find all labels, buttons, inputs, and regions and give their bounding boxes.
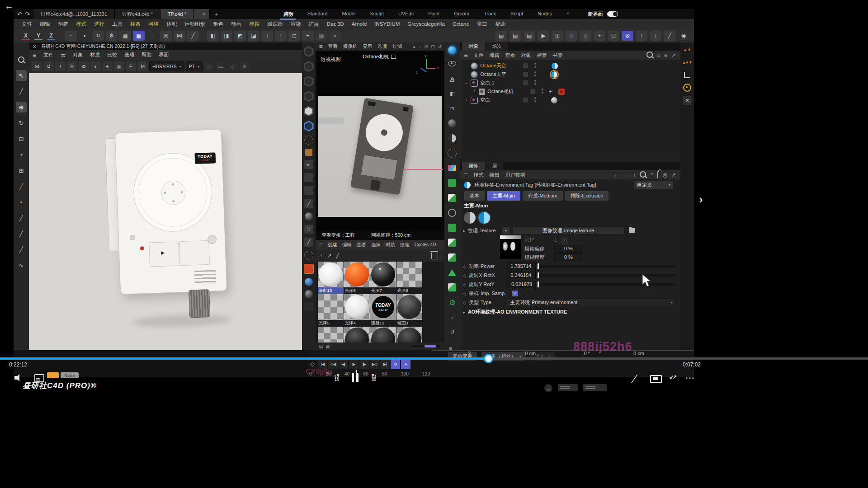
viewport-menu-item[interactable]: 选项 xyxy=(377,43,387,50)
render-view-icon[interactable]: ▶ xyxy=(538,31,549,41)
layout-tab[interactable]: Groom xyxy=(448,10,476,19)
cube-corner-icon[interactable]: ◩ xyxy=(234,31,246,41)
object-menu-item[interactable]: 查看 xyxy=(505,52,515,59)
bar-icon[interactable]: ▬ xyxy=(216,61,226,71)
hint-card[interactable] xyxy=(558,384,578,391)
key-diamond-icon[interactable] xyxy=(463,282,466,287)
material-thumbnail[interactable] xyxy=(396,294,422,320)
interface-toggle[interactable] xyxy=(607,11,618,17)
slider-track[interactable] xyxy=(538,274,676,277)
ring-icon[interactable]: ◎ xyxy=(160,31,172,41)
axis-x-button[interactable]: X xyxy=(20,31,32,41)
material-icon[interactable]: M xyxy=(137,61,148,71)
menu-item[interactable]: 帮助 xyxy=(495,21,505,28)
viewport-menu-item[interactable]: 对象 xyxy=(73,52,83,58)
prev-frame-button[interactable]: ◀| xyxy=(339,359,348,369)
back-arrow-icon[interactable]: ← xyxy=(5,1,14,11)
globe-icon[interactable]: ◉ xyxy=(678,31,689,41)
viewport-menu-item[interactable]: 摄像机 xyxy=(343,43,358,50)
back-icon[interactable]: ← xyxy=(614,172,619,178)
material-item[interactable]: TODAY1.01.37 漫射12 xyxy=(370,294,396,326)
object-menu-item[interactable]: 编辑 xyxy=(490,52,500,59)
search-icon[interactable] xyxy=(646,52,653,59)
material-menu-item[interactable]: 创建 xyxy=(328,242,337,248)
menu-item[interactable]: 体积 xyxy=(166,21,177,28)
multicolor-icon[interactable] xyxy=(447,163,458,174)
pen-gear-tool-icon[interactable]: ╱ xyxy=(16,86,27,97)
sphere-gray-icon[interactable] xyxy=(305,290,313,298)
green-triangle-icon[interactable] xyxy=(447,267,458,278)
polygon-pen-icon[interactable]: △ xyxy=(580,31,591,41)
axis-z-button[interactable]: Z xyxy=(45,31,57,41)
edit-pen-icon[interactable]: ╱ xyxy=(664,31,675,41)
panel-icon[interactable] xyxy=(304,173,313,182)
attribute-menu-item[interactable]: 用户数据 xyxy=(505,172,525,178)
coord-system-icon[interactable]: ⌐ xyxy=(65,31,77,41)
render-gear-icon[interactable]: ⚙ xyxy=(79,61,89,71)
autokey-button[interactable]: A xyxy=(401,359,410,369)
menu-item[interactable]: INSYDIUM xyxy=(374,21,400,27)
box-icon[interactable]: ⊡ xyxy=(447,103,458,114)
layout-tab[interactable]: + xyxy=(560,10,576,19)
viewport-menu-item[interactable]: 云 xyxy=(61,52,66,58)
octane-point-icon[interactable] xyxy=(304,91,314,102)
edit-toggle[interactable] xyxy=(523,72,528,77)
target-icon[interactable]: ◎ xyxy=(114,61,124,71)
green-flower-icon[interactable] xyxy=(447,178,458,188)
redo-icon[interactable]: ↷ xyxy=(25,11,30,18)
load-material-icon[interactable]: ↗ xyxy=(327,253,331,259)
blur-degree-input[interactable]: 0 % xyxy=(554,253,582,261)
wrench-icon[interactable] xyxy=(304,238,313,247)
down-icon[interactable]: ↓ xyxy=(447,312,458,323)
texture-square-icon[interactable] xyxy=(305,149,312,156)
manager-tab[interactable]: 场次 xyxy=(486,42,508,51)
viewport-menu-item[interactable]: 查看 xyxy=(328,43,338,50)
material-thumbnail[interactable] xyxy=(318,294,344,320)
filter-icon[interactable]: ≡ xyxy=(664,52,667,58)
material-item[interactable] xyxy=(318,327,344,343)
material-item[interactable]: 镜面3 xyxy=(396,294,422,326)
viewport-menu-item[interactable]: 界面 xyxy=(159,52,169,58)
material-scrollbar[interactable] xyxy=(411,345,441,347)
object-row[interactable]: Octane天空 xyxy=(460,70,680,79)
axis-y-button[interactable]: Y xyxy=(33,31,44,41)
frame-icon[interactable]: ◻ xyxy=(288,31,300,41)
object-tag-icon[interactable] xyxy=(551,71,557,78)
cube-tool-icon[interactable]: ◧ xyxy=(207,31,219,41)
layout-tab[interactable]: Model xyxy=(335,10,362,19)
search-icon[interactable] xyxy=(640,171,646,179)
layout-tab[interactable]: Standard xyxy=(301,10,334,19)
viewport-menu-item[interactable]: 显示 xyxy=(363,43,372,50)
layout-tab[interactable]: Nodes xyxy=(531,10,558,19)
camera-label[interactable]: Octane相机 xyxy=(363,53,396,60)
next-frame-button[interactable]: |▶ xyxy=(359,359,369,369)
slider-value-input[interactable]: -0.021978 xyxy=(506,281,536,288)
panel-grip-icon[interactable]: ≡ xyxy=(449,345,453,352)
perspective-canvas[interactable]: 透视视图 Octane相机 Y X Z xyxy=(316,51,445,231)
menu-icon[interactable] xyxy=(319,43,323,50)
menu-item[interactable]: 模拟 xyxy=(249,21,259,28)
edit-icon[interactable]: ╱ xyxy=(632,374,637,384)
color-pens-icon[interactable]: ╱ xyxy=(16,212,27,223)
close-tab-icon[interactable]: ✕ xyxy=(194,9,210,19)
attribute-tab-chip[interactable]: 基本 xyxy=(464,191,485,201)
rotate-tool-icon[interactable]: ↻ xyxy=(16,117,27,128)
key-diamond-icon[interactable] xyxy=(463,291,466,296)
material-menu-item[interactable]: 纹理 xyxy=(400,242,410,248)
manager-tab[interactable]: 属性 xyxy=(462,162,485,170)
material-thumbnail[interactable] xyxy=(396,262,422,287)
object-tag-icon[interactable] xyxy=(558,89,565,95)
hex-icon[interactable]: ◇ xyxy=(204,61,214,71)
save-icon[interactable]: ▤ xyxy=(509,31,521,41)
menu-item[interactable]: Greyscalegorilla xyxy=(407,21,444,27)
material-item[interactable]: 光泽6 xyxy=(396,262,422,294)
mirror-icon[interactable]: ⋈ xyxy=(174,31,185,41)
viewport-menu-item[interactable]: 文件 xyxy=(43,52,53,58)
material-item[interactable]: 光泽8 xyxy=(344,262,370,294)
environment-thumb[interactable] xyxy=(464,212,476,224)
dim-dot-icon[interactable]: ● xyxy=(329,31,341,41)
menu-item[interactable]: 创建 xyxy=(58,21,68,28)
object-menu-item[interactable]: 标签 xyxy=(537,52,547,59)
mini-player-icon[interactable] xyxy=(650,375,662,383)
sphere-icon[interactable] xyxy=(447,118,458,129)
